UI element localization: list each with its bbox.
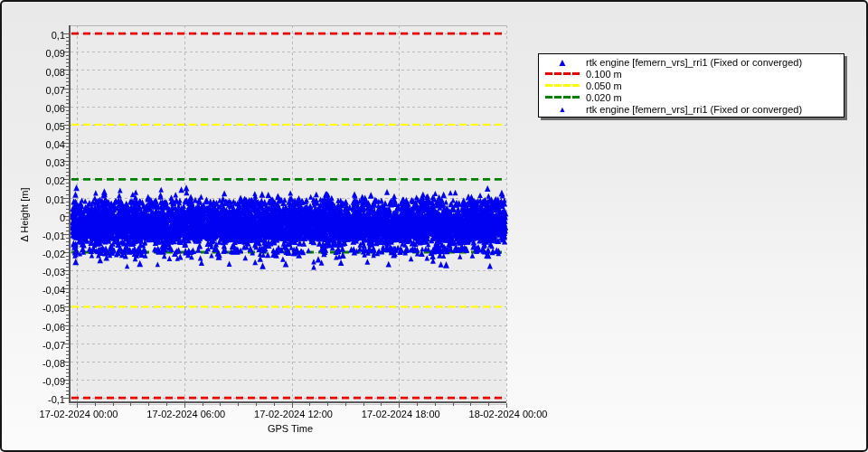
y-tick-label: -0,08 — [2, 358, 65, 370]
legend-label: 0.020 m — [586, 92, 622, 103]
legend-entry: 0.100 m — [539, 68, 844, 80]
legend-label: rtk engine [femern_vrs]_rri1 (Fixed or c… — [586, 104, 802, 115]
y-tick-label: -0,06 — [2, 322, 65, 334]
y-axis-title: Δ Height [m] — [19, 161, 31, 269]
y-tick-label: -0,03 — [2, 267, 65, 278]
y-tick-label: 0,03 — [2, 157, 65, 169]
x-tick-label: 17-02-2024 18:00 — [344, 409, 457, 420]
dashed-line-icon — [539, 72, 586, 75]
x-tick-label: 17-02-2024 12:00 — [238, 409, 350, 420]
dashed-line-icon — [539, 84, 586, 87]
y-tick-label: 0,1 — [2, 30, 65, 42]
legend-label: rtk engine [femern_vrs]_rri1 (Fixed or c… — [586, 57, 802, 68]
y-tick-label: -0,05 — [2, 303, 65, 315]
legend-entry: 0.020 m — [539, 91, 844, 103]
y-tick-label: 0 — [2, 212, 65, 224]
y-tick-label: -0,04 — [2, 285, 65, 297]
legend-label: 0.050 m — [586, 80, 622, 91]
y-tick-label: 0,04 — [2, 139, 65, 151]
triangle-marker-icon: ▲ — [539, 105, 586, 114]
legend-label: 0.100 m — [586, 69, 622, 80]
dashed-line-icon — [539, 96, 586, 99]
y-tick-label: 0,08 — [2, 67, 65, 79]
legend-box: ▲rtk engine [femern_vrs]_rri1 (Fixed or … — [538, 53, 844, 118]
legend-entry: 0.050 m — [539, 80, 844, 91]
y-tick-label: 0,09 — [2, 48, 65, 60]
y-tick-label: -0,09 — [2, 376, 65, 388]
x-tick-label: 17-02-2024 06:00 — [130, 409, 242, 420]
chart-window: 0,10,090,080,070,060,050,040,030,020,010… — [0, 0, 868, 452]
y-tick-label: 0,01 — [2, 194, 65, 206]
y-tick-label: 0,05 — [2, 121, 65, 133]
y-tick-label: -0,01 — [2, 231, 65, 242]
x-tick-label: 18-02-2024 00:00 — [452, 409, 564, 420]
y-tick-label: -0,07 — [2, 340, 65, 352]
x-tick-label: 17-02-2024 00:00 — [23, 409, 135, 420]
legend-entry: ▲rtk engine [femern_vrs]_rri1 (Fixed or … — [539, 56, 844, 68]
triangle-marker-icon: ▲ — [539, 58, 586, 67]
x-axis-title: GPS Time — [236, 423, 344, 435]
y-tick-label: 0,07 — [2, 85, 65, 97]
y-tick-label: 0,02 — [2, 175, 65, 187]
y-tick-label: 0,06 — [2, 103, 65, 115]
legend-entry: ▲rtk engine [femern_vrs]_rri1 (Fixed or … — [539, 103, 844, 115]
y-tick-label: -0,02 — [2, 249, 65, 260]
y-tick-label: -0,1 — [2, 394, 65, 406]
